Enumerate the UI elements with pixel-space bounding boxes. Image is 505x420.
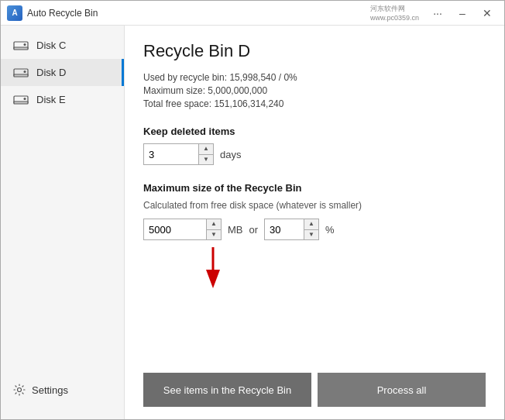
svg-rect-1 [14,47,28,50]
window-controls: ··· – ✕ [427,5,498,22]
content-panel: Recycle Bin D Used by recycle bin: 15,99… [125,26,504,419]
svg-point-9 [18,388,22,392]
arrow-area [143,243,486,363]
svg-rect-4 [14,74,28,77]
mb-up-button[interactable]: ▲ [207,219,221,230]
keep-days-row: ▲ ▼ days [143,143,486,165]
sidebar-bottom: Settings [1,371,124,413]
page-title: Recycle Bin D [143,41,486,61]
mb-input[interactable] [144,219,206,239]
disk-c-icon [13,40,29,51]
watermark: 河东软件网 www.pc0359.cn [370,4,419,22]
settings-item[interactable]: Settings [13,379,112,401]
max-size-recycle-label: Maximum size of the Recycle Bin [143,182,486,194]
keep-days-spinner[interactable]: ▲ ▼ [143,143,214,165]
size-row: ▲ ▼ MB or ▲ ▼ % [143,219,486,240]
percent-down-button[interactable]: ▼ [304,230,318,240]
sidebar: Disk C Disk D [1,26,125,419]
svg-point-5 [24,71,26,73]
percent-spinner-buttons: ▲ ▼ [304,219,318,239]
main-window: A Auto Recycle Bin 河东软件网 www.pc0359.cn ·… [0,0,505,420]
used-by-info: Used by recycle bin: 15,998,540 / 0% [143,72,486,83]
sidebar-label-disk-c: Disk C [36,40,66,51]
max-size-info: Maximum size: 5,000,000,000 [143,85,486,96]
mb-spinner-buttons: ▲ ▼ [206,219,221,239]
keep-days-down-button[interactable]: ▼ [199,155,213,165]
mb-spinner[interactable]: ▲ ▼ [143,219,222,240]
disk-e-icon [13,95,29,105]
max-size-desc: Calculated from free disk space (whateve… [143,200,486,211]
bottom-buttons: See items in the Recycle Bin Process all [143,363,486,407]
minimize-button[interactable]: – [452,5,473,22]
disk-d-icon [13,67,29,78]
settings-icon [13,384,26,396]
main-area: Disk C Disk D [1,26,504,419]
keep-days-input[interactable] [144,144,198,164]
close-button[interactable]: ✕ [476,5,498,22]
svg-point-2 [24,43,26,46]
see-items-button[interactable]: See items in the Recycle Bin [143,373,311,407]
keep-days-unit: days [220,149,241,160]
total-free-info: Total free space: 151,106,314,240 [143,98,486,109]
red-arrow-icon [205,243,267,290]
settings-label: Settings [32,384,68,396]
percent-input[interactable] [265,219,304,239]
percent-up-button[interactable]: ▲ [304,219,318,230]
mb-down-button[interactable]: ▼ [207,230,221,240]
title-bar: A Auto Recycle Bin 河东软件网 www.pc0359.cn ·… [1,1,504,26]
sidebar-item-disk-c[interactable]: Disk C [1,32,124,59]
keep-days-spinner-buttons: ▲ ▼ [198,144,213,164]
keep-deleted-label: Keep deleted items [143,126,486,137]
app-logo: A [7,5,22,21]
sidebar-label-disk-e: Disk E [36,94,66,105]
percent-spinner[interactable]: ▲ ▼ [264,219,319,240]
process-all-button[interactable]: Process all [318,373,486,407]
keep-days-up-button[interactable]: ▲ [199,144,213,155]
sidebar-label-disk-d: Disk D [36,67,66,78]
svg-point-8 [24,98,26,100]
svg-rect-7 [14,102,28,104]
or-label: or [249,224,259,236]
more-options-button[interactable]: ··· [427,5,448,22]
sidebar-item-disk-d[interactable]: Disk D [1,59,124,86]
sidebar-item-disk-e[interactable]: Disk E [1,86,124,113]
percent-unit: % [325,224,335,236]
window-title: Auto Recycle Bin [27,8,370,19]
mb-unit: MB [228,224,243,236]
